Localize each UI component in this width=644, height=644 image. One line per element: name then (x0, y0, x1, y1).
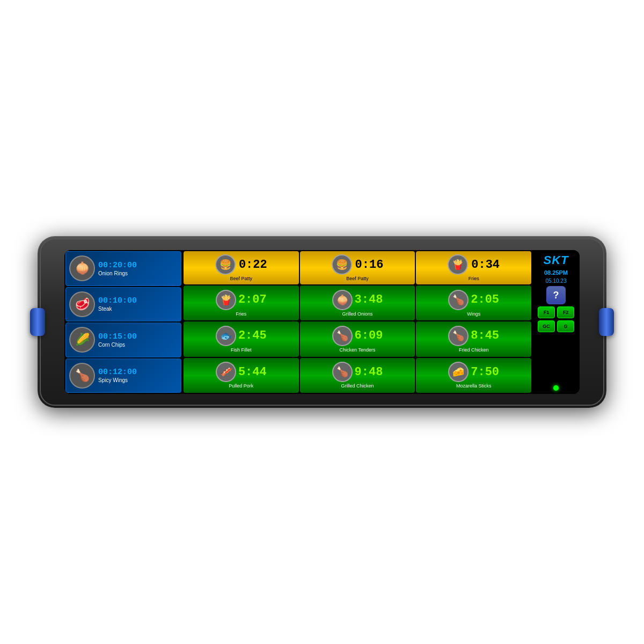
left-item-info-steak: 00:10:00 Steak (98, 296, 137, 312)
f2-button[interactable]: F2 (557, 306, 574, 318)
help-icon: ? (553, 290, 559, 301)
green-timer-wings: 2:05 (471, 293, 499, 306)
green-label-mozarella: Mozarella Sticks (456, 383, 492, 389)
green-row-3: 🥓 5:44 Pulled Pork 🍗 9:48 Grilled Chicke… (184, 358, 531, 393)
green-icon-chicken-tenders: 🍗 (332, 326, 353, 346)
right-panel: SKT 08.25PM 05.10.23 ? F1 F2 GC G (532, 250, 580, 394)
device-date: 05.10.23 (546, 278, 567, 284)
help-button[interactable]: ? (546, 286, 566, 304)
top-timer-beef-patty-2: 0:16 (355, 258, 384, 272)
top-timer-beef-patty-1: 0:22 (239, 258, 267, 272)
green-cell-mozarella[interactable]: 🧀 7:50 Mozarella Sticks (416, 358, 531, 393)
green-icon-wings: 🍗 (448, 290, 469, 310)
top-label-beef-patty-1: Beef Patty (230, 276, 253, 281)
left-timer-corn-chips: 00:15:00 (98, 332, 137, 341)
brand-logo: SKT (544, 253, 569, 267)
green-label-grilled-chicken: Grilled Chicken (341, 383, 374, 389)
left-item-spicy-wings[interactable]: 🍗 00:12:00 Spicy Wings (65, 358, 181, 393)
top-timer-fries-top: 0:34 (471, 258, 500, 272)
right-knob[interactable] (599, 308, 614, 336)
food-icon-steak: 🥩 (69, 291, 95, 317)
g-button[interactable]: G (557, 320, 574, 332)
green-timer-fries: 2:07 (238, 293, 267, 306)
screen-bezel: 🧅 00:20:00 Onion Rings 🥩 00:10:00 Steak (64, 250, 580, 394)
status-indicator (553, 385, 559, 391)
green-row-1: 🍟 2:07 Fries 🧅 3:48 Grilled Onions (184, 286, 531, 320)
green-cell-fried-chicken[interactable]: 🍗 8:45 Fried Chicken (416, 321, 531, 356)
green-cell-wings[interactable]: 🍗 2:05 Wings (416, 286, 531, 320)
food-icon-onion-rings: 🧅 (69, 255, 95, 281)
green-icon-grilled-chicken: 🍗 (332, 362, 353, 382)
green-timer-grilled-onions: 3:48 (355, 293, 383, 306)
middle-panel: 🍔 0:22 Beef Patty 🍔 0:16 Beef Patty (182, 250, 532, 394)
green-timer-fish-fillet: 2:45 (238, 329, 267, 342)
gc-button[interactable]: GC (538, 320, 555, 332)
green-icon-mozarella: 🧀 (448, 362, 469, 382)
green-icon-fries: 🍟 (216, 290, 236, 310)
green-label-fries: Fries (236, 311, 246, 317)
function-buttons: F1 F2 (538, 306, 574, 318)
green-label-grilled-onions: Grilled Onions (342, 311, 372, 317)
green-row-2: 🐟 2:45 Fish Fillet 🍗 6:09 Chicken Tender… (184, 321, 531, 356)
f1-button[interactable]: F1 (538, 306, 555, 318)
left-item-onion-rings[interactable]: 🧅 00:20:00 Onion Rings (65, 251, 181, 286)
green-timer-pulled-pork: 5:44 (238, 365, 267, 379)
left-label-spicy-wings: Spicy Wings (98, 377, 137, 383)
green-timer-grilled-chicken: 9:48 (355, 365, 383, 379)
top-icon-beef-patty-2: 🍔 (332, 254, 352, 275)
green-cell-chicken-tenders[interactable]: 🍗 6:09 Chicken Tenders (300, 321, 415, 356)
food-icon-corn-chips: 🌽 (69, 327, 95, 353)
top-cell-beef-patty-2[interactable]: 🍔 0:16 Beef Patty (300, 251, 415, 284)
green-label-wings: Wings (467, 311, 480, 317)
shortcut-buttons: GC G (538, 320, 574, 332)
left-item-steak[interactable]: 🥩 00:10:00 Steak (65, 287, 181, 322)
green-timer-chicken-tenders: 6:09 (355, 329, 383, 342)
top-label-fries-top: Fries (469, 276, 479, 281)
device-body: 🧅 00:20:00 Onion Rings 🥩 00:10:00 Steak (38, 236, 606, 408)
green-timer-fried-chicken: 8:45 (471, 329, 499, 342)
left-knob[interactable] (30, 308, 45, 336)
green-cell-pulled-pork[interactable]: 🥓 5:44 Pulled Pork (184, 358, 299, 393)
green-label-chicken-tenders: Chicken Tenders (340, 347, 376, 353)
left-item-corn-chips[interactable]: 🌽 00:15:00 Corn Chips (65, 323, 181, 357)
top-cell-fries-top[interactable]: 🍟 0:34 Fries (416, 251, 531, 284)
left-item-info-corn-chips: 00:15:00 Corn Chips (98, 332, 137, 348)
left-timer-spicy-wings: 00:12:00 (98, 368, 137, 377)
left-panel: 🧅 00:20:00 Onion Rings 🥩 00:10:00 Steak (64, 250, 182, 394)
left-label-corn-chips: Corn Chips (98, 342, 137, 348)
green-icon-fish-fillet: 🐟 (216, 326, 236, 346)
green-label-fried-chicken: Fried Chicken (459, 347, 489, 353)
screen-content: 🧅 00:20:00 Onion Rings 🥩 00:10:00 Steak (64, 250, 580, 394)
green-cell-grilled-chicken[interactable]: 🍗 9:48 Grilled Chicken (300, 358, 415, 393)
green-timer-mozarella: 7:50 (471, 365, 499, 379)
left-label-onion-rings: Onion Rings (98, 270, 137, 276)
green-icon-fried-chicken: 🍗 (448, 326, 469, 346)
top-row: 🍔 0:22 Beef Patty 🍔 0:16 Beef Patty (184, 251, 531, 284)
top-label-beef-patty-2: Beef Patty (346, 276, 369, 281)
left-timer-steak: 00:10:00 (98, 296, 137, 305)
green-label-fish-fillet: Fish Fillet (231, 347, 252, 353)
left-timer-onion-rings: 00:20:00 (98, 261, 137, 270)
green-icon-pulled-pork: 🥓 (216, 362, 236, 382)
left-item-info-spicy-wings: 00:12:00 Spicy Wings (98, 368, 137, 383)
device-time: 08.25PM (544, 269, 568, 276)
food-icon-spicy-wings: 🍗 (69, 363, 95, 389)
left-item-info-onion-rings: 00:20:00 Onion Rings (98, 261, 137, 276)
green-icon-grilled-onions: 🧅 (332, 290, 353, 310)
top-cell-beef-patty-1[interactable]: 🍔 0:22 Beef Patty (184, 251, 299, 284)
top-icon-fries-top: 🍟 (448, 254, 468, 275)
green-label-pulled-pork: Pulled Pork (229, 383, 253, 389)
green-cell-fish-fillet[interactable]: 🐟 2:45 Fish Fillet (184, 321, 299, 356)
top-icon-beef-patty-1: 🍔 (215, 254, 236, 275)
green-cell-fries[interactable]: 🍟 2:07 Fries (184, 286, 299, 320)
green-cell-grilled-onions[interactable]: 🧅 3:48 Grilled Onions (300, 286, 415, 320)
left-label-steak: Steak (98, 306, 137, 312)
